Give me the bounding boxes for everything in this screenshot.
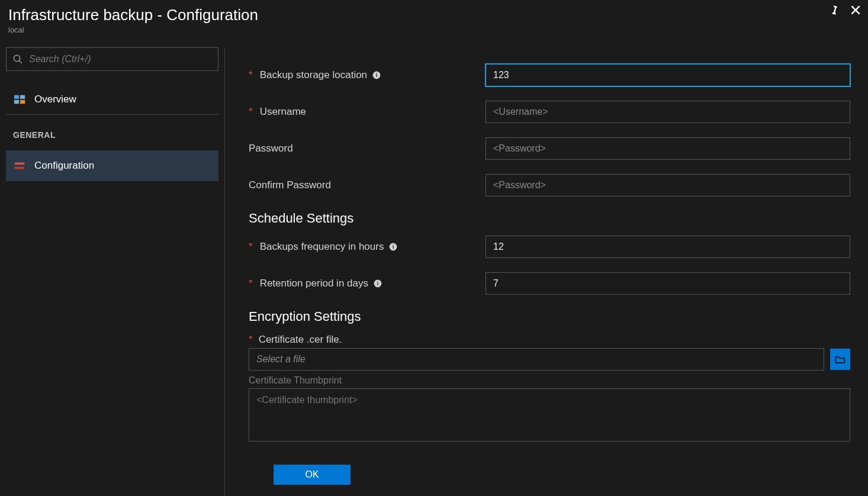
svg-text:i: i [376, 72, 378, 78]
required-marker: * [249, 334, 253, 346]
svg-rect-8 [15, 163, 25, 165]
sidebar-item-label: Overview [34, 94, 76, 105]
label-retention: * Retention period in days i [249, 278, 486, 289]
sidebar-item-overview[interactable]: Overview [6, 84, 218, 115]
info-icon[interactable]: i [388, 242, 398, 252]
schedule-settings-heading: Schedule Settings [249, 211, 850, 226]
row-backup-location: * Backup storage location i [249, 64, 850, 86]
pin-icon[interactable] [828, 4, 841, 17]
ok-button[interactable]: OK [274, 465, 351, 485]
page-subtitle: local [8, 25, 860, 34]
label-password: Password [249, 143, 486, 154]
required-marker: * [249, 241, 253, 253]
svg-line-3 [19, 60, 22, 63]
blade-root: Infrastructure backup - Configuration lo… [0, 0, 868, 496]
label-cert-thumbprint: Certificate Thumbprint [249, 375, 850, 386]
username-input[interactable] [486, 101, 850, 123]
sidebar-item-configuration[interactable]: Configuration [6, 150, 218, 181]
cert-thumbprint-input[interactable] [249, 388, 850, 442]
page-title: Infrastructure backup - Configuration [8, 6, 860, 24]
blade-body: Overview GENERAL Configuration * Backup … [0, 37, 868, 496]
encryption-settings-heading: Encryption Settings [249, 309, 850, 324]
password-input[interactable] [486, 137, 850, 160]
svg-rect-5 [20, 95, 25, 98]
search-input[interactable] [29, 54, 212, 65]
row-confirm-password: Confirm Password [249, 174, 850, 197]
info-icon[interactable]: i [373, 279, 382, 288]
close-icon[interactable] [849, 4, 862, 17]
search-box[interactable] [6, 47, 218, 71]
content-pane: * Backup storage location i * Username [225, 47, 868, 496]
browse-file-button[interactable] [830, 349, 850, 370]
svg-point-2 [14, 55, 20, 62]
row-password: Password [249, 137, 850, 160]
label-backup-location: * Backup storage location i [249, 69, 486, 81]
folder-icon [834, 353, 846, 365]
sidebar-item-label: Configuration [34, 160, 94, 172]
svg-text:i: i [377, 281, 379, 286]
retention-input[interactable] [486, 272, 850, 295]
label-frequency: * Backups frequency in hours i [249, 241, 486, 253]
svg-rect-4 [14, 95, 19, 98]
svg-rect-6 [14, 99, 19, 103]
required-marker: * [249, 278, 253, 289]
sidebar-section-general: GENERAL [6, 115, 218, 150]
blade-header: Infrastructure backup - Configuration lo… [0, 0, 868, 37]
frequency-input[interactable] [486, 236, 850, 258]
row-username: * Username [249, 101, 850, 123]
svg-rect-9 [15, 167, 25, 169]
label-cert-file: * Certificate .cer file. [249, 334, 850, 346]
header-actions [828, 4, 862, 17]
row-cert-file: * Certificate .cer file. [249, 334, 850, 371]
required-marker: * [249, 106, 253, 118]
search-icon [12, 54, 23, 65]
row-frequency: * Backups frequency in hours i [249, 236, 850, 258]
svg-text:i: i [393, 244, 394, 250]
configuration-icon [13, 159, 26, 172]
cert-file-input[interactable] [249, 348, 824, 371]
label-confirm-password: Confirm Password [249, 179, 486, 191]
confirm-password-input[interactable] [486, 174, 850, 197]
label-username: * Username [249, 106, 486, 118]
sidebar: Overview GENERAL Configuration [0, 47, 225, 496]
svg-rect-7 [20, 99, 25, 103]
overview-icon [13, 93, 26, 106]
info-icon[interactable]: i [372, 70, 381, 80]
backup-location-input[interactable] [486, 64, 850, 86]
required-marker: * [249, 69, 253, 81]
row-retention: * Retention period in days i [249, 272, 850, 295]
